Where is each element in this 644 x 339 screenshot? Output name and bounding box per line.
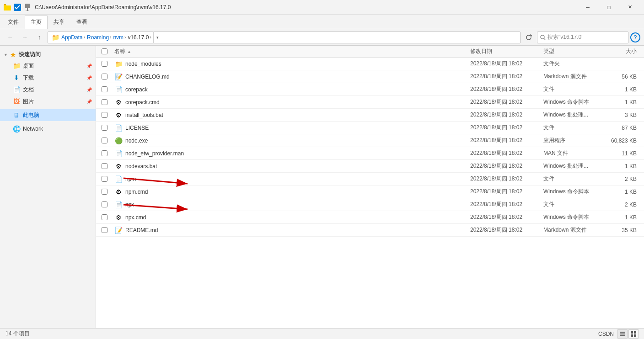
row-checkbox[interactable] [96,74,113,79]
row-checkbox[interactable] [96,138,113,143]
maximize-button[interactable]: □ [598,0,619,15]
row-checkbox[interactable] [96,99,113,105]
file-icon: 📝 [114,226,123,234]
table-row[interactable]: 📄 corepack 2022/8/18/周四 18:02 文件 1 KB [96,83,644,96]
row-checkbox[interactable] [96,176,113,182]
table-row[interactable]: ⚙ npx.cmd 2022/8/18/周四 18:02 Windows 命令脚… [96,211,644,224]
back-button[interactable]: ← [4,32,16,43]
table-row[interactable]: 📁 node_modules 2022/8/18/周四 18:02 文件夹 [96,58,644,70]
file-list-header: 名称 ▲ 修改日期 类型 大小 [96,46,644,58]
path-nvm[interactable]: nvm [113,34,123,41]
row-checkbox-input[interactable] [102,125,107,131]
pin-icon-documents: 📌 [86,87,92,92]
row-checkbox[interactable] [96,163,113,169]
path-dropdown-button[interactable]: ▾ [153,32,161,43]
row-checkbox[interactable] [96,125,113,131]
sidebar-item-network[interactable]: 🌐 Network [0,123,96,135]
row-checkbox[interactable] [96,227,113,233]
tab-share[interactable]: 共享 [48,16,70,29]
file-type: Markdown 源文件 [543,226,607,234]
search-bar[interactable] [537,32,628,43]
row-checkbox-input[interactable] [102,201,107,207]
table-row[interactable]: 📝 CHANGELOG.md 2022/8/18/周四 18:02 Markdo… [96,70,644,83]
row-checkbox[interactable] [96,189,113,195]
table-row[interactable]: ⚙ corepack.cmd 2022/8/18/周四 18:02 Window… [96,96,644,109]
row-checkbox-input[interactable] [102,86,107,92]
file-name-text: npm.cmd [125,189,148,195]
header-type[interactable]: 类型 [543,48,607,55]
help-button[interactable]: ? [630,32,640,42]
close-button[interactable]: ✕ [619,0,640,15]
forward-button[interactable]: → [18,32,31,43]
title-path-text: C:\Users\Administrator\AppData\Roaming\n… [35,4,577,11]
row-checkbox-input[interactable] [102,150,107,156]
file-type: Windows 命令脚本 [543,213,607,221]
tab-view[interactable]: 查看 [70,16,93,29]
file-icon: ⚙ [114,98,123,106]
row-checkbox-input[interactable] [102,74,107,79]
downloads-icon: ⬇ [13,74,20,81]
table-row[interactable]: ⚙ install_tools.bat 2022/8/18/周四 18:02 W… [96,109,644,122]
tab-file[interactable]: 文件 [2,16,25,29]
row-checkbox-input[interactable] [102,99,107,105]
file-date: 2022/8/18/周四 18:02 [470,188,543,196]
table-row[interactable]: 📄 npx 2022/8/18/周四 18:02 文件 2 KB [96,198,644,211]
svg-rect-3 [4,4,6,5]
table-row[interactable]: 📄 npm 2022/8/18/周四 18:02 文件 2 KB [96,173,644,185]
row-checkbox[interactable] [96,112,113,118]
sidebar-item-downloads[interactable]: ⬇ 下载 📌 [0,72,96,84]
table-row[interactable]: 📄 node_etw_provider.man 2022/8/18/周四 18:… [96,147,644,160]
sidebar-desktop-label: 桌面 [23,62,34,70]
file-name-cell: 📄 corepack [113,85,470,94]
documents-icon: 📄 [13,86,20,93]
row-checkbox[interactable] [96,150,113,156]
path-arrow-3: › [124,35,126,40]
up-button[interactable]: ↑ [33,32,46,43]
header-size[interactable]: 大小 [607,48,644,55]
row-checkbox-input[interactable] [102,163,107,169]
row-checkbox-input[interactable] [102,61,107,67]
header-name[interactable]: 名称 ▲ [113,48,470,55]
sidebar-item-this-pc[interactable]: 🖥 此电脑 [0,109,96,121]
file-date: 2022/8/18/周四 18:02 [470,175,543,183]
refresh-button[interactable] [522,32,535,43]
file-type: 应用程序 [543,137,607,144]
row-checkbox[interactable] [96,214,113,220]
path-segment-roaming: Roaming › [87,34,111,41]
grid-view-button[interactable] [628,329,639,339]
table-row[interactable]: 🟢 node.exe 2022/8/18/周四 18:02 应用程序 60,82… [96,134,644,147]
list-view-button[interactable] [617,329,628,339]
path-arrow-2: › [110,35,111,40]
file-size: 56 KB [607,74,644,80]
row-checkbox-input[interactable] [102,214,107,220]
table-row[interactable]: ⚙ nodevars.bat 2022/8/18/周四 18:02 Window… [96,160,644,173]
search-input[interactable] [547,34,625,41]
row-checkbox[interactable] [96,86,113,92]
address-path-bar[interactable]: 📁 AppData › Roaming › nvm › v16.17.0 › ▾ [48,32,521,43]
sidebar-item-pictures[interactable]: 🖼 图片 📌 [0,95,96,107]
file-type: Markdown 源文件 [543,73,607,80]
path-appdata[interactable]: AppData [61,34,83,41]
row-checkbox-input[interactable] [102,176,107,182]
table-row[interactable]: 📄 LICENSE 2022/8/18/周四 18:02 文件 87 KB [96,122,644,134]
select-all-checkbox[interactable] [102,48,107,54]
sidebar-item-documents[interactable]: 📄 文档 📌 [0,84,96,95]
table-row[interactable]: 📝 README.md 2022/8/18/周四 18:02 Markdown … [96,224,644,237]
row-checkbox-input[interactable] [102,112,107,118]
path-roaming[interactable]: Roaming [87,34,109,41]
header-date[interactable]: 修改日期 [470,48,543,55]
row-checkbox-input[interactable] [102,138,107,143]
row-checkbox-input[interactable] [102,189,107,195]
sidebar-item-desktop[interactable]: 📁 桌面 📌 [0,60,96,72]
sidebar-quick-access-header[interactable]: ▼ ★ 快速访问 [0,49,96,60]
file-name-text: npx [125,201,134,208]
file-icon: 📄 [114,85,123,94]
row-checkbox[interactable] [96,61,113,67]
tab-home[interactable]: 主页 [25,16,48,29]
row-checkbox-input[interactable] [102,227,107,233]
minimize-button[interactable]: ─ [577,0,598,15]
title-pin-icon [24,4,31,11]
row-checkbox[interactable] [96,201,113,207]
table-row[interactable]: ⚙ npm.cmd 2022/8/18/周四 18:02 Windows 命令脚… [96,185,644,198]
header-checkbox[interactable] [96,48,113,54]
